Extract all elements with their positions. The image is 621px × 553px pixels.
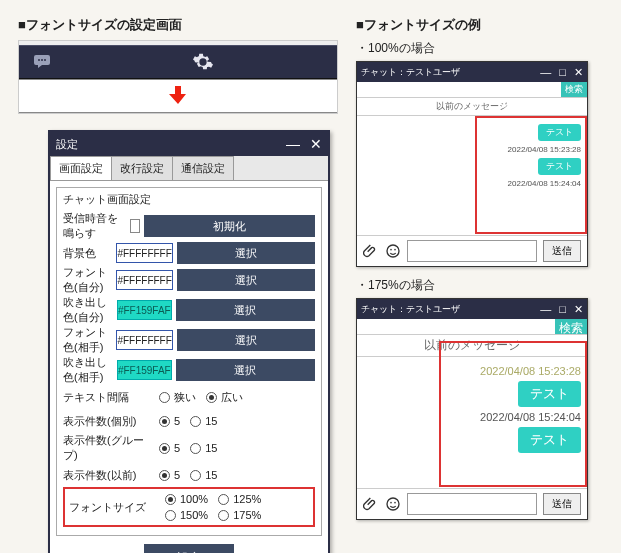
count-prev-5-label: 5 xyxy=(174,469,180,481)
settings-dialog: 設定 — ✕ 画面設定 改行設定 通信設定 チャット画面設定 受信時音を鳴らす … xyxy=(48,130,330,553)
fs-175-label: 175% xyxy=(233,509,261,521)
count-indiv-15-radio[interactable] xyxy=(190,416,201,427)
svg-point-2 xyxy=(44,59,46,61)
font-size-radios: 100% 125% 150% 175% xyxy=(165,493,309,521)
chat-body-175: 2022/04/08 15:23:28 テスト 2022/04/08 15:24… xyxy=(357,357,587,489)
chat-text-field[interactable] xyxy=(407,240,537,262)
highlight-box-100 xyxy=(475,116,587,234)
sound-checkbox[interactable] xyxy=(130,219,140,233)
send-button[interactable]: 送信 xyxy=(543,240,581,262)
bubble-self-label: 吹き出し色(自分) xyxy=(63,295,113,325)
svg-point-8 xyxy=(394,502,396,504)
text-spacing-radios: 狭い 広い xyxy=(159,390,315,405)
text-spacing-label: テキスト間隔 xyxy=(63,390,155,405)
tab-line-settings[interactable]: 改行設定 xyxy=(111,156,173,180)
gear-icon[interactable] xyxy=(190,51,216,73)
bubble-other-field[interactable]: #FF159FAF xyxy=(117,360,172,380)
count-indiv-label: 表示件数(個別) xyxy=(63,414,155,429)
subheading-175: ・175%の場合 xyxy=(356,277,596,294)
count-group-15-label: 15 xyxy=(205,442,217,454)
bgcolor-field[interactable]: #FFFFFFFF xyxy=(116,243,172,263)
fontcolor-other-field[interactable]: #FFFFFFFF xyxy=(116,330,172,350)
send-button[interactable]: 送信 xyxy=(543,493,581,515)
count-group-label: 表示件数(グループ) xyxy=(63,433,155,463)
fs-125-label: 125% xyxy=(233,493,261,505)
chat-minimize-button[interactable]: — xyxy=(540,66,551,79)
tab-comm-settings[interactable]: 通信設定 xyxy=(172,156,234,180)
chat-icon[interactable] xyxy=(31,51,57,73)
chat-close-button[interactable]: ✕ xyxy=(574,303,583,316)
count-prev-15-radio[interactable] xyxy=(190,470,201,481)
chat-window-175: チャット：テストユーザ — □ ✕ 検索 以前のメッセージ 2022/04/08… xyxy=(356,298,588,520)
spacing-wide-radio[interactable] xyxy=(206,392,217,403)
fs-175-radio[interactable] xyxy=(218,510,229,521)
fs-150-label: 150% xyxy=(180,509,208,521)
chat-input-row: 送信 xyxy=(357,489,587,519)
search-button[interactable]: 検索 xyxy=(555,319,587,334)
fs-100-radio[interactable] xyxy=(165,494,176,505)
emoji-icon[interactable] xyxy=(385,496,401,512)
heading-settings-screen: ■フォントサイズの設定画面 xyxy=(18,16,338,34)
chat-maximize-button[interactable]: □ xyxy=(559,303,566,316)
chat-minimize-button[interactable]: — xyxy=(540,303,551,316)
bgcolor-select-button[interactable]: 選択 xyxy=(177,242,315,264)
group-title: チャット画面設定 xyxy=(63,192,315,207)
heading-font-size-examples: ■フォントサイズの例 xyxy=(356,16,596,34)
search-button[interactable]: 検索 xyxy=(561,82,587,97)
chat-titlebar: チャット：テストユーザ — □ ✕ xyxy=(357,299,587,319)
bubble-other-select-button[interactable]: 選択 xyxy=(176,359,315,381)
count-prev-5-radio[interactable] xyxy=(159,470,170,481)
font-size-label: フォントサイズ xyxy=(69,500,161,515)
count-indiv-5-label: 5 xyxy=(174,415,180,427)
close-button[interactable]: ✕ xyxy=(310,137,322,151)
chat-search-row: 検索 xyxy=(357,82,587,98)
attachment-icon[interactable] xyxy=(363,496,379,512)
highlight-box-175 xyxy=(439,341,587,487)
bgcolor-label: 背景色 xyxy=(63,246,112,261)
chat-input-row: 送信 xyxy=(357,236,587,266)
svg-point-3 xyxy=(387,245,399,257)
fontcolor-self-select-button[interactable]: 選択 xyxy=(177,269,315,291)
svg-point-0 xyxy=(38,59,40,61)
dialog-title: 設定 xyxy=(56,137,78,152)
fs-100-label: 100% xyxy=(180,493,208,505)
bubble-self-select-button[interactable]: 選択 xyxy=(176,299,315,321)
attachment-icon[interactable] xyxy=(363,243,379,259)
minimize-button[interactable]: — xyxy=(286,137,300,151)
red-down-arrow-icon xyxy=(19,79,337,113)
count-prev-15-label: 15 xyxy=(205,469,217,481)
chat-text-field[interactable] xyxy=(407,493,537,515)
sound-label: 受信時音を鳴らす xyxy=(63,211,126,241)
spacing-narrow-radio[interactable] xyxy=(159,392,170,403)
chat-screen-group: チャット画面設定 受信時音を鳴らす 初期化 背景色 #FFFFFFFF 選択 フ… xyxy=(56,187,322,536)
count-prev-label: 表示件数(以前) xyxy=(63,468,155,483)
fontcolor-other-select-button[interactable]: 選択 xyxy=(177,329,315,351)
svg-point-4 xyxy=(390,249,392,251)
apply-settings-button[interactable]: 設定 xyxy=(144,544,234,553)
init-button[interactable]: 初期化 xyxy=(144,215,315,237)
svg-point-5 xyxy=(394,249,396,251)
chat-titlebar: チャット：テストユーザ — □ ✕ xyxy=(357,62,587,82)
fs-150-radio[interactable] xyxy=(165,510,176,521)
count-indiv-15-label: 15 xyxy=(205,415,217,427)
emoji-icon[interactable] xyxy=(385,243,401,259)
settings-tabs: 画面設定 改行設定 通信設定 xyxy=(50,156,328,181)
fontcolor-self-field[interactable]: #FFFFFFFF xyxy=(116,270,172,290)
fs-125-radio[interactable] xyxy=(218,494,229,505)
count-group-15-radio[interactable] xyxy=(190,443,201,454)
chat-title: チャット：テストユーザ xyxy=(361,66,460,79)
svg-point-1 xyxy=(41,59,43,61)
fontcolor-other-label: フォント色(相手) xyxy=(63,325,112,355)
spacing-wide-label: 広い xyxy=(221,390,243,405)
tab-screen-settings[interactable]: 画面設定 xyxy=(50,156,112,180)
chat-window-100: チャット：テストユーザ — □ ✕ 検索 以前のメッセージ テスト 2022/0… xyxy=(356,61,588,267)
chat-search-row: 検索 xyxy=(357,319,587,335)
bubble-other-label: 吹き出し色(相手) xyxy=(63,355,113,385)
bubble-self-field[interactable]: #FF159FAF xyxy=(117,300,172,320)
chat-close-button[interactable]: ✕ xyxy=(574,66,583,79)
count-indiv-5-radio[interactable] xyxy=(159,416,170,427)
count-group-5-radio[interactable] xyxy=(159,443,170,454)
spacing-narrow-label: 狭い xyxy=(174,390,196,405)
count-group-5-label: 5 xyxy=(174,442,180,454)
chat-maximize-button[interactable]: □ xyxy=(559,66,566,79)
